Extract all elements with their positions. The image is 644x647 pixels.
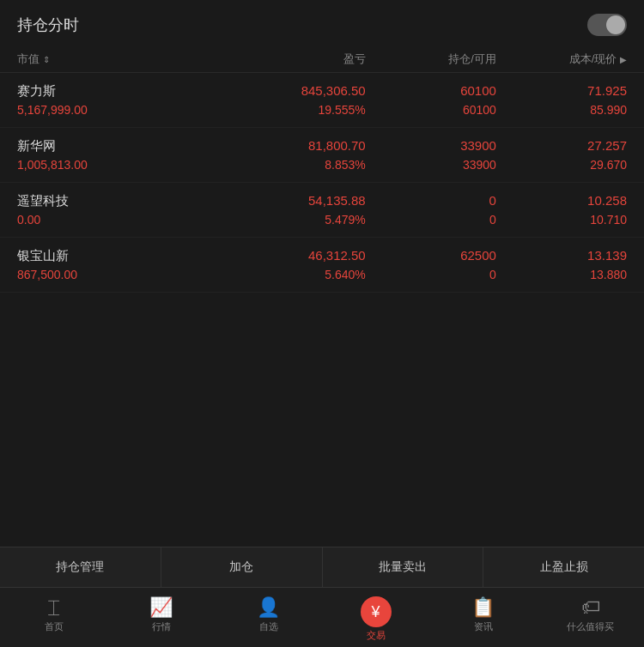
stock-item-1[interactable]: 赛力斯 845,306.50 60100 71.925 5,167,999.00… <box>0 73 644 128</box>
stock-current-3: 10.710 <box>496 213 627 227</box>
nav-value-label: 什么值得买 <box>567 620 614 633</box>
stock-cost-2: 27.257 <box>496 138 627 153</box>
stock-name-4: 银宝山新 <box>17 248 191 264</box>
stock-avail-4: 0 <box>366 268 496 281</box>
page-title: 持仓分时 <box>17 15 79 35</box>
column-headers: 市值 ⇕ 盈亏 持仓/可用 成本/现价 ▶ <box>0 46 644 73</box>
add-position-btn[interactable]: 加仓 <box>161 547 323 587</box>
value-icon: 🏷 <box>581 596 600 619</box>
stock-pos-3: 0 <box>366 193 496 208</box>
stock-pos-2: 33900 <box>366 138 496 153</box>
stock-pnl-amount-2: 81,800.70 <box>191 138 366 153</box>
nav-value[interactable]: 🏷 什么值得买 <box>537 595 644 644</box>
market-icon: 📈 <box>149 596 173 619</box>
stock-list: 赛力斯 845,306.50 60100 71.925 5,167,999.00… <box>0 73 644 547</box>
home-icon: ⌶ <box>48 596 59 619</box>
nav-trade-label: 交易 <box>367 629 386 642</box>
batch-sell-btn[interactable]: 批量卖出 <box>323 547 484 587</box>
col-market-value[interactable]: 市值 ⇕ <box>17 51 191 67</box>
nav-home[interactable]: ⌶ 首页 <box>0 595 107 644</box>
stock-cost-4: 13.139 <box>496 248 627 263</box>
stock-avail-1: 60100 <box>366 103 496 117</box>
stock-name-1: 赛力斯 <box>17 83 191 100</box>
manage-btn[interactable]: 持仓管理 <box>0 547 161 587</box>
stock-pos-4: 62500 <box>366 248 496 263</box>
stock-current-4: 13.880 <box>496 268 627 281</box>
nav-trade[interactable]: ¥ 交易 <box>322 595 429 644</box>
header: 持仓分时 <box>0 0 644 46</box>
col-position: 持仓/可用 <box>366 51 496 67</box>
col-cost[interactable]: 成本/现价 ▶ <box>496 51 627 67</box>
stock-pnl-amount-3: 54,135.88 <box>191 193 366 208</box>
stock-mktval-3: 0.00 <box>17 213 191 227</box>
action-bar: 持仓管理 加仓 批量卖出 止盈止损 <box>0 547 644 587</box>
stock-mktval-4: 867,500.00 <box>17 268 191 281</box>
cost-sort-icon: ▶ <box>620 55 627 64</box>
nav-news-label: 资讯 <box>474 620 493 633</box>
news-icon: 📋 <box>471 596 495 619</box>
nav-home-label: 首页 <box>45 620 64 633</box>
stock-pnl-pct-1: 19.555% <box>191 103 366 117</box>
nav-watchlist[interactable]: 👤 自选 <box>215 595 322 644</box>
stock-pnl-pct-4: 5.640% <box>191 268 366 281</box>
trade-icon: ¥ <box>361 596 392 627</box>
stock-pos-1: 60100 <box>366 83 496 98</box>
col-pnl: 盈亏 <box>191 51 366 67</box>
stock-pnl-amount-4: 46,312.50 <box>191 248 366 263</box>
nav-market-label: 行情 <box>152 620 171 633</box>
stock-name-3: 遥望科技 <box>17 193 191 209</box>
stock-cost-3: 10.258 <box>496 193 627 208</box>
stock-avail-2: 33900 <box>366 158 496 172</box>
stock-pnl-pct-2: 8.853% <box>191 158 366 172</box>
stock-mktval-1: 5,167,999.00 <box>17 103 191 117</box>
stock-item-2[interactable]: 新华网 81,800.70 33900 27.257 1,005,813.00 … <box>0 128 644 183</box>
nav-news[interactable]: 📋 资讯 <box>429 595 537 644</box>
profit-stop-btn[interactable]: 止盈止损 <box>483 547 644 587</box>
nav-watchlist-label: 自选 <box>259 620 278 633</box>
stock-item-4[interactable]: 银宝山新 46,312.50 62500 13.139 867,500.00 5… <box>0 238 644 293</box>
stock-item-3[interactable]: 遥望科技 54,135.88 0 10.258 0.00 5.479% 0 10… <box>0 183 644 238</box>
stock-mktval-2: 1,005,813.00 <box>17 158 191 172</box>
watchlist-icon: 👤 <box>257 596 280 619</box>
bottom-nav: ⌶ 首页 📈 行情 👤 自选 ¥ 交易 📋 资讯 🏷 什么值得买 <box>0 587 644 647</box>
toggle-switch[interactable] <box>587 14 627 36</box>
stock-pnl-amount-1: 845,306.50 <box>191 83 366 98</box>
stock-current-1: 85.990 <box>496 103 627 117</box>
stock-name-2: 新华网 <box>17 138 191 154</box>
sort-icon: ⇕ <box>43 55 50 64</box>
stock-cost-1: 71.925 <box>496 83 627 98</box>
nav-market[interactable]: 📈 行情 <box>107 595 215 644</box>
stock-avail-3: 0 <box>366 213 496 227</box>
stock-pnl-pct-3: 5.479% <box>191 213 366 227</box>
stock-current-2: 29.670 <box>496 158 627 172</box>
